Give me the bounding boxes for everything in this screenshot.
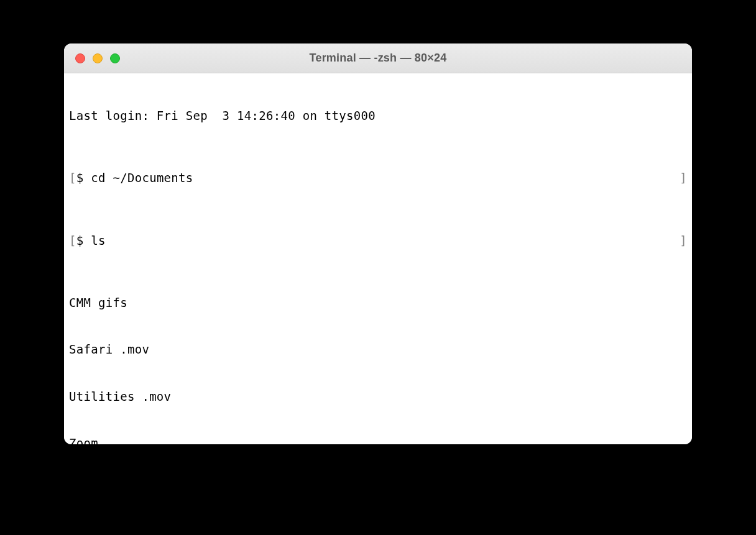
output-line: CMM gifs: [69, 295, 687, 311]
left-bracket: [: [69, 171, 76, 185]
command-1: cd ~/Documents: [91, 171, 193, 185]
left-bracket: [: [69, 234, 76, 247]
terminal-content[interactable]: Last login: Fri Sep 3 14:26:40 on ttys00…: [64, 73, 692, 444]
right-bracket: ]: [680, 170, 687, 186]
prompt-1: $: [76, 171, 91, 185]
command-line-1: [$ cd ~/Documents ]: [69, 170, 687, 186]
output-line: Zoom: [69, 436, 687, 444]
close-button[interactable]: [75, 53, 85, 63]
window-title: Terminal — -zsh — 80×24: [64, 52, 692, 65]
right-bracket: ]: [680, 233, 687, 249]
maximize-button[interactable]: [110, 53, 120, 63]
last-login-line: Last login: Fri Sep 3 14:26:40 on ttys00…: [69, 108, 687, 124]
minimize-button[interactable]: [93, 53, 103, 63]
output-line: Safari .mov: [69, 342, 687, 357]
traffic-lights: [64, 53, 120, 63]
command-2: ls: [91, 234, 105, 247]
output-line: Utilities .mov: [69, 389, 687, 405]
command-line-2: [$ ls ]: [69, 233, 687, 249]
title-bar[interactable]: Terminal — -zsh — 80×24: [64, 43, 692, 73]
terminal-window: Terminal — -zsh — 80×24 Last login: Fri …: [64, 43, 692, 444]
prompt-2: $: [76, 234, 91, 247]
